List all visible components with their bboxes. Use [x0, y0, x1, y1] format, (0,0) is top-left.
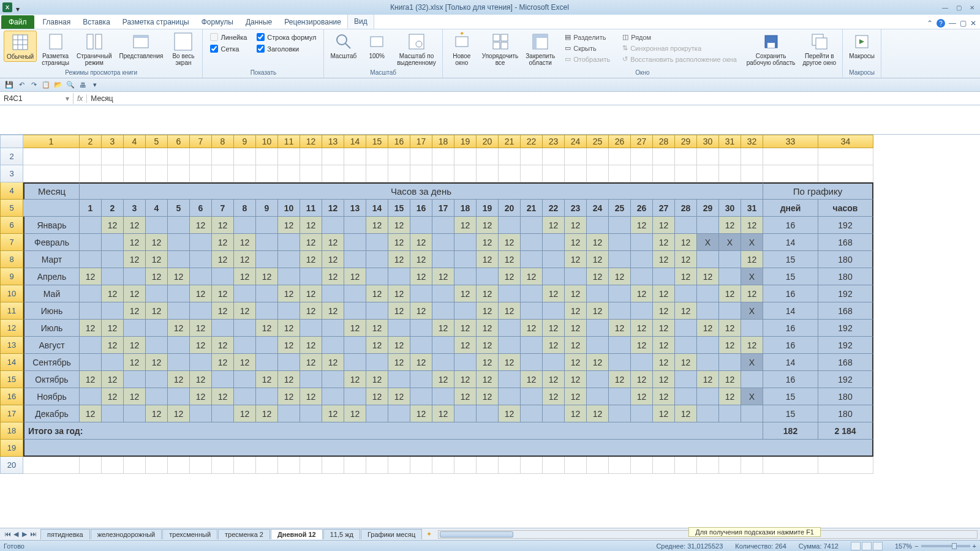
table-cell[interactable]: 12 [565, 371, 587, 388]
cell[interactable] [675, 165, 697, 182]
cell[interactable] [168, 457, 190, 474]
table-cell[interactable] [521, 302, 543, 320]
cell[interactable] [410, 457, 432, 474]
table-cell[interactable]: 12 [565, 234, 587, 251]
table-cell[interactable]: 12 [675, 405, 697, 422]
table-cell[interactable]: Март [23, 251, 80, 268]
table-cell[interactable] [256, 354, 278, 371]
cell[interactable] [388, 165, 410, 182]
cell[interactable] [653, 457, 675, 474]
table-cell[interactable] [432, 388, 454, 405]
table-cell[interactable]: 26 [631, 200, 653, 217]
table-cell[interactable] [278, 251, 300, 268]
table-cell[interactable]: 12 [543, 371, 565, 388]
cell[interactable] [477, 165, 499, 182]
table-cell[interactable]: 12 [454, 388, 477, 405]
cell[interactable] [124, 148, 146, 165]
cell[interactable] [454, 165, 477, 182]
table-cell[interactable] [410, 217, 432, 234]
table-cell[interactable]: 12 [80, 268, 102, 285]
table-cell[interactable] [124, 268, 146, 285]
table-cell[interactable]: 12 [256, 405, 278, 422]
cell[interactable] [190, 165, 212, 182]
tab-insert[interactable]: Вставка [77, 15, 116, 29]
table-cell[interactable] [697, 302, 719, 320]
table-cell[interactable]: 12 [631, 388, 653, 405]
table-cell[interactable] [432, 234, 454, 251]
cell[interactable] [146, 165, 168, 182]
cell[interactable] [146, 457, 168, 474]
table-cell[interactable]: Апрель [23, 268, 80, 285]
table-cell[interactable]: 12 [190, 285, 212, 302]
cell[interactable] [278, 165, 300, 182]
table-cell[interactable]: 9 [256, 200, 278, 217]
row-header[interactable]: 6 [0, 217, 23, 234]
save-workspace-button[interactable]: Сохранить рабочую область [744, 31, 798, 67]
new-window-button[interactable]: ✦ Новое окно [447, 31, 477, 67]
table-cell[interactable]: 12 [256, 371, 278, 388]
table-cell[interactable] [543, 354, 565, 371]
table-cell[interactable] [366, 234, 388, 251]
table-cell[interactable]: 192 [818, 371, 873, 388]
cell[interactable] [675, 148, 697, 165]
table-cell[interactable]: 12 [102, 285, 124, 302]
window-restore-icon[interactable]: ▢ [960, 19, 967, 28]
table-cell[interactable] [741, 320, 763, 337]
table-cell[interactable] [256, 302, 278, 320]
table-cell[interactable] [300, 371, 322, 388]
table-cell[interactable] [609, 234, 631, 251]
table-cell[interactable] [190, 354, 212, 371]
table-cell[interactable]: 31 [741, 200, 763, 217]
table-cell[interactable] [366, 268, 388, 285]
table-cell[interactable]: 12 [653, 405, 675, 422]
cell[interactable] [587, 148, 609, 165]
hide-button[interactable]: ▭Скрыть [562, 43, 612, 53]
cell[interactable] [741, 457, 763, 474]
cell[interactable] [587, 457, 609, 474]
table-cell[interactable] [146, 388, 168, 405]
table-cell[interactable] [609, 251, 631, 268]
table-cell[interactable]: 12 [653, 371, 675, 388]
table-cell[interactable]: 12 [521, 268, 543, 285]
table-cell[interactable] [146, 337, 168, 354]
sheet-tab[interactable]: Графики месяц [361, 529, 422, 539]
table-cell[interactable] [697, 251, 719, 268]
zoom-level[interactable]: 157% [895, 542, 912, 550]
help-icon[interactable]: ? [937, 19, 945, 28]
table-cell[interactable]: 15 [763, 268, 818, 285]
table-cell[interactable] [124, 405, 146, 422]
table-cell[interactable] [344, 217, 366, 234]
table-cell[interactable]: 30 [719, 200, 741, 217]
table-cell[interactable]: 12 [499, 405, 521, 422]
table-cell[interactable] [521, 217, 543, 234]
table-cell[interactable] [344, 285, 366, 302]
cell[interactable] [23, 457, 80, 474]
cell[interactable] [631, 165, 653, 182]
name-box[interactable]: R4C1▾ [0, 93, 74, 104]
sheet-prev-icon[interactable]: ◀ [12, 530, 20, 538]
col-header[interactable]: 13 [322, 135, 344, 148]
table-cell[interactable] [521, 354, 543, 371]
window-close-icon[interactable]: ✕ [970, 19, 976, 28]
table-cell[interactable]: По графику [763, 182, 873, 200]
cell[interactable] [234, 165, 256, 182]
cell[interactable] [344, 165, 366, 182]
table-cell[interactable]: 12 [565, 320, 587, 337]
table-cell[interactable]: 16 [763, 285, 818, 302]
table-cell[interactable] [256, 217, 278, 234]
table-cell[interactable] [499, 217, 521, 234]
row-header[interactable]: 8 [0, 251, 23, 268]
cell[interactable] [256, 165, 278, 182]
table-cell[interactable]: Август [23, 337, 80, 354]
table-cell[interactable] [631, 268, 653, 285]
table-cell[interactable]: 12 [212, 302, 234, 320]
table-cell[interactable]: 6 [190, 200, 212, 217]
col-header[interactable]: 16 [388, 135, 410, 148]
row-header[interactable]: 18 [0, 422, 23, 440]
table-cell[interactable] [719, 251, 741, 268]
table-cell[interactable]: Октябрь [23, 371, 80, 388]
table-cell[interactable]: 12 [631, 285, 653, 302]
table-cell[interactable]: 17 [432, 200, 454, 217]
table-cell[interactable]: дней [763, 200, 818, 217]
cell[interactable] [388, 457, 410, 474]
